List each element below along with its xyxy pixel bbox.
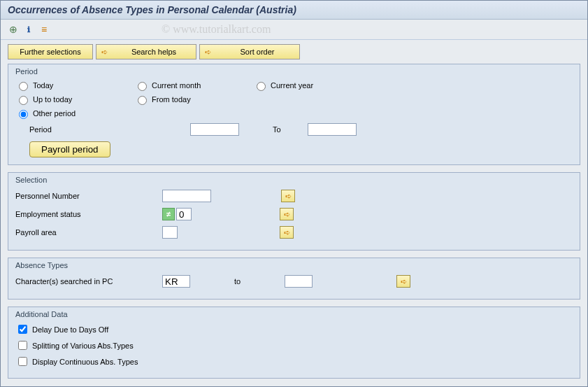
radio-from-today-label: From today	[152, 95, 191, 104]
radio-up-to-today-label: Up to today	[33, 95, 72, 104]
arrow-right-icon[interactable]: ➪	[96, 45, 112, 59]
radio-current-year-label: Current year	[271, 81, 313, 90]
multi-select-icon[interactable]: ➪	[280, 226, 294, 239]
radio-current-year[interactable]: Current year	[253, 80, 372, 91]
radio-today[interactable]: Today	[15, 80, 134, 91]
arrow-right-icon[interactable]: ➪	[200, 45, 215, 59]
pernr-input[interactable]	[162, 190, 211, 202]
period-group: Period Today Current month Current year …	[8, 64, 580, 165]
further-selections-button[interactable]: Further selections	[8, 45, 92, 59]
period-to-input[interactable]	[308, 123, 357, 136]
empstat-label: Employment status	[15, 210, 162, 218]
not-equal-icon[interactable]: ≠	[162, 208, 175, 220]
period-from-label: Period	[29, 125, 190, 134]
radio-current-month-label: Current month	[152, 81, 201, 90]
abstypes-group-title: Absence Types	[15, 261, 573, 269]
multi-select-icon[interactable]: ➪	[396, 275, 410, 288]
radio-from-today[interactable]: From today	[134, 94, 253, 105]
delay-label: Delay Due to Days Off	[32, 325, 108, 334]
selection-group-title: Selection	[15, 176, 573, 184]
selection-group: Selection Personnel Number ➪ Employment …	[8, 172, 580, 251]
app-toolbar: ℹ	[1, 20, 587, 40]
delay-checkbox[interactable]: Delay Due to Days Off	[15, 323, 573, 336]
radio-up-to-today[interactable]: Up to today	[15, 94, 134, 105]
split-checkbox[interactable]: Splitting of Various Abs.Types	[15, 339, 573, 352]
selection-button-row: Further selections ➪ Search helps ➪ Sort…	[1, 40, 587, 64]
cont-checkbox[interactable]: Display Continuous Abs. Types	[15, 355, 573, 368]
char-to-input[interactable]	[285, 275, 313, 288]
absence-types-group: Absence Types Character(s) searched in P…	[8, 258, 580, 300]
page-title: Occurrences of Absence Types in Personal…	[1, 1, 587, 20]
execute-icon[interactable]	[8, 24, 19, 35]
period-from-input[interactable]	[190, 123, 239, 136]
pernr-label: Personnel Number	[15, 192, 162, 200]
radio-today-label: Today	[33, 81, 53, 90]
period-group-title: Period	[15, 67, 573, 76]
sort-order-button[interactable]: Sort order	[215, 45, 299, 59]
radio-current-month[interactable]: Current month	[134, 80, 253, 91]
radio-other-period-label: Other period	[33, 109, 76, 118]
payarea-input[interactable]	[162, 226, 178, 239]
payarea-label: Payroll area	[15, 228, 162, 237]
variant-icon[interactable]	[38, 24, 50, 35]
char-to-label: to	[190, 277, 285, 286]
empstat-input[interactable]	[176, 208, 192, 220]
additional-group-title: Additional Data	[15, 310, 573, 318]
split-label: Splitting of Various Abs.Types	[32, 342, 134, 350]
cont-label: Display Continuous Abs. Types	[32, 358, 138, 366]
additional-data-group: Additional Data Delay Due to Days Off Sp…	[8, 307, 580, 379]
char-from-input[interactable]	[162, 275, 190, 288]
char-search-label: Character(s) searched in PC	[15, 277, 162, 286]
info-icon[interactable]: ℹ	[23, 24, 34, 35]
payroll-period-button[interactable]: Payroll period	[29, 141, 110, 157]
search-helps-button[interactable]: Search helps	[112, 45, 196, 59]
period-to-label: To	[273, 125, 308, 134]
multi-select-icon[interactable]: ➪	[280, 208, 294, 220]
multi-select-icon[interactable]: ➪	[281, 190, 295, 202]
radio-other-period[interactable]: Other period	[15, 108, 134, 119]
